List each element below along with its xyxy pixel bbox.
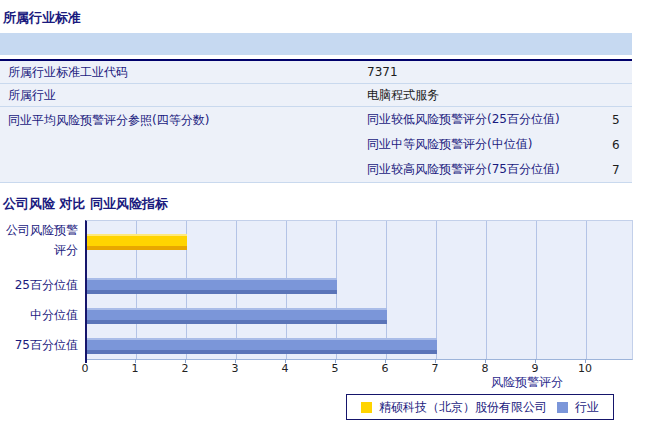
group-label-peer-average: 同业平均风险预警评分参照(四等分数) [0,107,367,182]
bar-25百分位值 [87,278,337,294]
sub-value-low: 5 [560,113,647,127]
legend-label: 精硕科技（北京）股份有限公司 [379,399,547,416]
legend-swatch-icon [361,402,372,413]
section-title-risk-comparison: 公司风险 对比 同业风险指标 [3,195,168,213]
tick-label-1: 1 [122,362,148,375]
sub-value-median: 6 [560,138,647,152]
tick-label-5: 5 [322,362,348,375]
tick-label-0: 0 [72,362,98,375]
row-label-industry: 所属行业 [0,87,367,104]
row-label-industry-code: 所属行业标准工业代码 [0,64,367,81]
category-label-1: 25百分位值 [0,278,78,293]
industry-table: 所属行业标准工业代码 7371 所属行业 电脑程式服务 同业平均风险预警评分参照… [0,33,632,183]
group-subrows: 同业较低风险预警评分(25百分位值) 5 同业中等风险预警评分(中位值) 6 同… [367,107,647,182]
sub-row-median: 同业中等风险预警评分(中位值) 6 [367,132,647,157]
tick-label-2: 2 [172,362,198,375]
sub-row-high: 同业较高风险预警评分(75百分位值) 7 [367,157,647,182]
category-label-2: 中分位值 [0,308,78,323]
bar-75百分位值 [87,338,437,354]
chart-legend: 精硕科技（北京）股份有限公司行业 [346,394,614,420]
table-row: 所属行业 电脑程式服务 [0,84,632,107]
tick-label-10: 10 [572,362,598,375]
tick-label-6: 6 [372,362,398,375]
sub-label-high: 同业较高风险预警评分(75百分位值) [367,161,560,178]
report-page: { "section1": { "title": "所属行业标准", "tabl… [0,0,648,434]
section-title-industry-standard: 所属行业标准 [3,9,81,27]
table-header-band [0,33,632,55]
legend-item-1: 行业 [557,399,599,416]
legend-label: 行业 [575,399,599,416]
category-label-3: 75百分位值 [0,338,78,353]
table-group-row: 同业平均风险预警评分参照(四等分数) 同业较低风险预警评分(25百分位值) 5 … [0,107,632,183]
legend-swatch-icon [557,402,568,413]
gridline [536,221,537,359]
bar-中分位值 [87,308,387,324]
sub-value-high: 7 [560,163,647,177]
sub-label-low: 同业较低风险预警评分(25百分位值) [367,111,560,128]
sub-label-median: 同业中等风险预警评分(中位值) [367,136,560,153]
legend-item-0: 精硕科技（北京）股份有限公司 [361,399,547,416]
sub-row-low: 同业较低风险预警评分(25百分位值) 5 [367,107,647,132]
x-axis-title: 风险预警评分 [415,374,563,391]
category-label-0: 公司风险预警评分 [0,220,78,260]
tick-label-3: 3 [222,362,248,375]
bar-公司风险预警评分 [87,234,187,250]
row-value-industry-code: 7371 [367,65,632,79]
tick-label-4: 4 [272,362,298,375]
gridline [586,221,587,359]
row-value-industry: 电脑程式服务 [367,87,632,104]
plot-area [85,220,633,360]
gridline [486,221,487,359]
table-row: 所属行业标准工业代码 7371 [0,61,632,84]
